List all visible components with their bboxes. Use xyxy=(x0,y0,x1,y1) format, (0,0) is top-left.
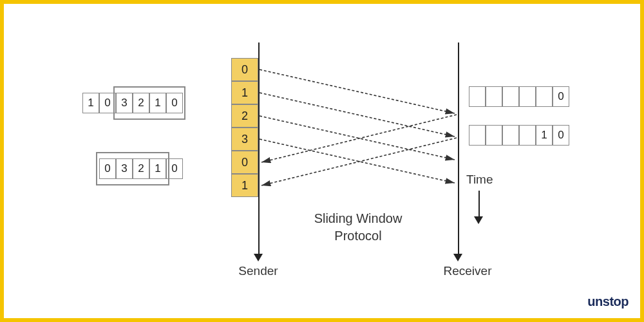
buf-cell xyxy=(502,125,519,146)
left-buffer-top-window xyxy=(113,86,185,120)
buf-cell xyxy=(486,86,502,107)
sender-axis-label: Sender xyxy=(238,264,278,278)
svg-line-3 xyxy=(260,139,455,183)
buf-cell xyxy=(469,125,486,146)
diagram-title: Sliding Window Protocol xyxy=(314,210,402,245)
receiver-axis-label: Receiver xyxy=(444,264,492,278)
buf-cell xyxy=(486,125,502,146)
sender-frame-4: 0 xyxy=(231,151,258,174)
svg-line-0 xyxy=(260,70,455,113)
receiver-axis-arrow xyxy=(453,254,462,261)
svg-line-5 xyxy=(261,138,457,185)
buf-cell xyxy=(469,86,486,107)
buf-cell xyxy=(519,125,536,146)
sender-frame-0: 0 xyxy=(231,58,258,81)
buf-cell xyxy=(519,86,536,107)
buf-cell xyxy=(536,86,553,107)
svg-line-4 xyxy=(261,115,457,162)
receiver-axis xyxy=(458,43,459,255)
buf-cell xyxy=(502,86,519,107)
title-line2: Protocol xyxy=(334,229,381,243)
sender-axis xyxy=(258,43,260,255)
right-buffer-top: 0 xyxy=(469,86,569,107)
svg-line-2 xyxy=(260,116,455,160)
time-label: Time xyxy=(466,173,493,187)
sender-frame-1: 1 xyxy=(231,81,258,104)
logo-text: unstop xyxy=(587,294,629,308)
sender-frame-2: 2 xyxy=(231,104,258,128)
time-arrow xyxy=(478,191,480,218)
right-buffer-bottom: 1 0 xyxy=(469,125,569,146)
title-line1: Sliding Window xyxy=(314,211,402,225)
buf-cell: 0 xyxy=(553,125,569,146)
sender-frame-3: 3 xyxy=(231,128,258,151)
sender-axis-arrow xyxy=(254,254,263,261)
diagram-canvas: Sender Receiver 0 1 2 3 0 1 1 0 3 2 1 0 … xyxy=(4,4,640,318)
sender-frame-5: 1 xyxy=(231,174,258,197)
svg-line-1 xyxy=(260,93,455,137)
time-arrow-head xyxy=(474,216,483,224)
left-buffer-bottom-window xyxy=(96,152,169,185)
unstop-logo: unstop xyxy=(584,294,629,309)
buf-cell: 1 xyxy=(536,125,553,146)
buf-cell: 0 xyxy=(553,86,569,107)
buf-cell: 1 xyxy=(82,93,99,113)
